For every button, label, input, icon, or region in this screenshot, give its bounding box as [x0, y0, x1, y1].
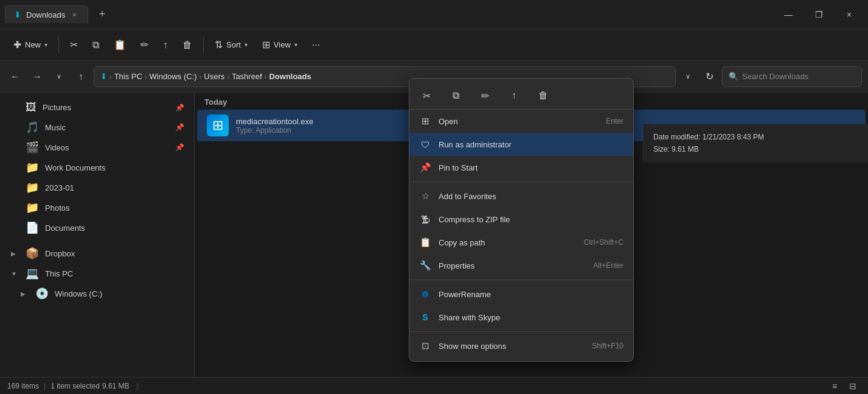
sidebar-item-label-windows-c: Windows (C:) [55, 289, 102, 298]
breadcrumb-downloads[interactable]: Downloads [269, 72, 311, 81]
ctx-run-as-admin-icon: 🛡 [419, 138, 431, 150]
sidebar-item-dropbox[interactable]: ▶ 📦 Dropbox [4, 244, 190, 263]
dropbox-expand-icon: ▶ [11, 250, 19, 257]
ctx-item-power-rename[interactable]: ⚙ PowerRename [409, 283, 633, 306]
paste-button[interactable]: 📋 [108, 35, 132, 54]
sidebar-item-work-documents[interactable]: 📁 Work Documents [4, 158, 190, 177]
copy-button[interactable]: ⧉ [86, 36, 105, 54]
sort-caret-icon: ▾ [245, 41, 248, 48]
ctx-share-button[interactable]: ↑ [504, 86, 524, 105]
copy-icon: ⧉ [92, 40, 99, 51]
ctx-item-properties[interactable]: 🔧 Properties Alt+Enter [409, 254, 633, 277]
restore-button[interactable]: ❐ [805, 5, 833, 24]
sidebar-item-music[interactable]: 🎵 Music 📌 [4, 118, 190, 137]
more-button[interactable]: ··· [306, 36, 326, 54]
documents-icon: 📄 [26, 221, 39, 234]
sidebar-item-label-dropbox: Dropbox [45, 249, 75, 258]
videos-icon: 🎬 [26, 141, 39, 154]
ctx-item-add-to-favorites[interactable]: ☆ Add to Favorites [409, 185, 633, 208]
ctx-cut-button[interactable]: ✂ [417, 86, 436, 105]
ctx-separator-3 [409, 331, 633, 332]
ctx-zip-icon: 🗜 [419, 213, 431, 225]
tiles-view-button[interactable]: ⊟ [845, 379, 861, 393]
ctx-item-open[interactable]: ⊞ Open Enter [409, 110, 633, 133]
2023-01-icon: 📁 [26, 181, 39, 194]
status-bar: 169 items | 1 item selected 9.61 MB | ≡ … [0, 377, 868, 394]
context-menu: ✂ ⧉ ✏ ↑ 🗑 ⊞ Open Enter 🛡 Run as administ… [409, 78, 634, 362]
context-menu-toolbar: ✂ ⧉ ✏ ↑ 🗑 [409, 82, 633, 110]
ctx-open-icon: ⊞ [419, 115, 431, 127]
breadcrumb-this-pc[interactable]: This PC [114, 72, 142, 81]
details-view-button[interactable]: ≡ [827, 379, 842, 393]
sidebar-item-2023-01[interactable]: 📁 2023-01 [4, 178, 190, 197]
sort-button[interactable]: ⇅ Sort ▾ [209, 35, 254, 54]
title-bar: ⬇ Downloads × + — ❐ × [0, 0, 868, 29]
breadcrumb-users[interactable]: Users [204, 72, 224, 81]
sidebar: 🖼 Pictures 📌 🎵 Music 📌 🎬 Videos 📌 📁 Work… [0, 93, 195, 377]
ctx-power-rename-icon: ⚙ [419, 288, 431, 300]
sidebar-item-photos[interactable]: 📁 Photos [4, 198, 190, 217]
sidebar-item-pictures[interactable]: 🖼 Pictures 📌 [4, 98, 190, 117]
ctx-rename-button[interactable]: ✏ [475, 86, 495, 105]
ctx-item-share-skype[interactable]: S Share with Skype [409, 306, 633, 329]
ctx-open-shortcut: Enter [606, 117, 623, 125]
sidebar-item-this-pc[interactable]: ▼ 💻 This PC [4, 264, 190, 283]
ctx-skype-label: Share with Skype [439, 313, 616, 322]
ctx-more-options-label: Show more options [439, 342, 585, 351]
rename-button[interactable]: ✏ [134, 35, 155, 54]
ctx-item-compress-zip[interactable]: 🗜 Compress to ZIP file [409, 208, 633, 231]
share-icon: ↑ [163, 40, 168, 51]
forward-button[interactable]: → [28, 68, 46, 86]
sidebar-item-windows-c[interactable]: ▶ 💿 Windows (C:) [4, 284, 190, 303]
share-button[interactable]: ↑ [157, 36, 174, 54]
search-bar[interactable]: 🔍 Search Downloads [722, 66, 862, 87]
rename-icon: ✏ [141, 39, 148, 51]
status-selected: 1 item selected [50, 382, 100, 390]
cut-button[interactable]: ✂ [64, 35, 84, 54]
ctx-item-copy-as-path[interactable]: 📋 Copy as path Ctrl+Shift+C [409, 231, 633, 254]
app-windows-icon: ⊞ [212, 118, 223, 133]
ctx-delete-button[interactable]: 🗑 [533, 86, 553, 105]
toolbar-sep-1 [58, 37, 59, 54]
ctx-skype-icon: S [419, 311, 431, 323]
ctx-properties-icon: 🔧 [419, 259, 431, 272]
new-button[interactable]: ✚ New ▾ [7, 35, 54, 54]
ctx-separator-2 [409, 280, 633, 280]
breadcrumb-windows[interactable]: Windows (C:) [150, 72, 197, 81]
address-dropdown-button[interactable]: ∨ [679, 68, 696, 85]
tab-downloads[interactable]: ⬇ Downloads × [5, 5, 88, 23]
sidebar-item-label-this-pc: This PC [45, 269, 73, 278]
back-button[interactable]: ← [6, 68, 24, 86]
tab-close-button[interactable]: × [70, 10, 78, 19]
this-pc-icon: 💻 [26, 267, 39, 280]
ctx-item-show-more-options[interactable]: ⊡ Show more options Shift+F10 [409, 334, 633, 357]
toolbar: ✚ New ▾ ✂ ⧉ 📋 ✏ ↑ 🗑 ⇅ Sort ▾ ⊞ View ▾ ··… [0, 29, 868, 61]
file-app-icon: ⊞ [207, 114, 229, 136]
ctx-item-run-as-admin[interactable]: 🛡 Run as administrator [409, 133, 633, 156]
ctx-favorites-label: Add to Favorites [439, 192, 616, 201]
close-button[interactable]: × [835, 5, 863, 24]
sidebar-item-label-music: Music [45, 123, 66, 132]
sidebar-item-videos[interactable]: 🎬 Videos 📌 [4, 138, 190, 157]
view-button[interactable]: ⊞ View ▾ [256, 35, 304, 54]
delete-button[interactable]: 🗑 [176, 36, 198, 54]
ctx-open-label: Open [439, 117, 599, 126]
refresh-button[interactable]: ↻ [700, 68, 718, 86]
sidebar-item-label-2023: 2023-01 [45, 183, 74, 192]
up-button[interactable]: ↑ [72, 68, 90, 86]
minimize-button[interactable]: — [774, 5, 802, 24]
windows-c-expand-icon: ▶ [21, 290, 29, 297]
new-caret-icon: ▾ [44, 41, 47, 48]
title-bar-left: ⬇ Downloads × + [5, 5, 774, 23]
sidebar-item-label-documents: Documents [45, 223, 85, 233]
more-icon: ··· [312, 40, 320, 51]
status-sep-2: | [137, 382, 139, 390]
breadcrumb-tashreef[interactable]: Tashreef [232, 72, 262, 81]
new-tab-button[interactable]: + [93, 5, 112, 23]
ctx-copy-button[interactable]: ⧉ [446, 86, 465, 105]
sort-label: Sort [226, 40, 241, 49]
ctx-item-pin-to-start[interactable]: 📌 Pin to Start [409, 156, 633, 179]
music-pin-icon: 📌 [175, 123, 184, 132]
recent-button[interactable]: ∨ [50, 68, 68, 86]
sidebar-item-documents[interactable]: 📄 Documents [4, 218, 190, 237]
